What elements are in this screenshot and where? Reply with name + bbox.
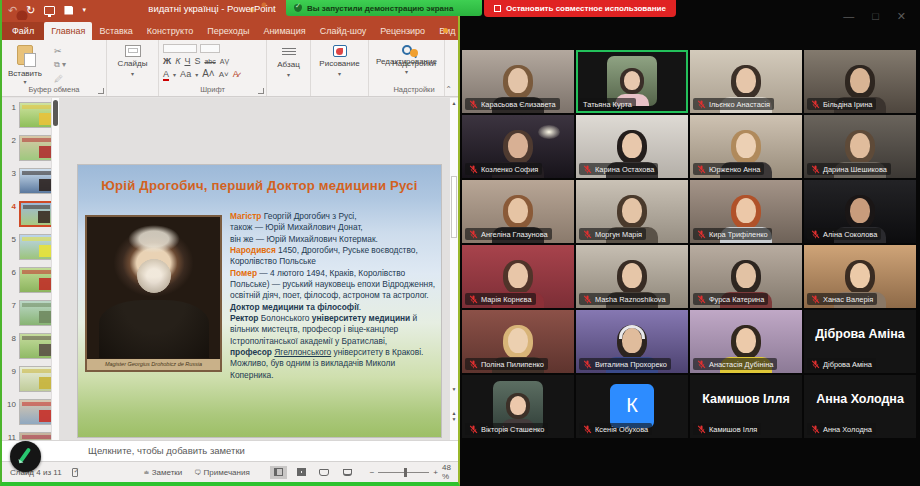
- participant-tile[interactable]: Фурса Катерина: [690, 245, 802, 308]
- font-size-combobox[interactable]: [200, 44, 220, 53]
- editor-scrollbar[interactable]: ▲ ▼ ▲▼: [449, 98, 458, 440]
- redo-icon[interactable]: ↻: [26, 4, 35, 16]
- participant-tile[interactable]: Кира Трифіленко: [690, 180, 802, 243]
- underline-button[interactable]: Ч: [184, 56, 190, 66]
- slides-button[interactable]: Слайды ▾: [107, 40, 158, 96]
- initial-avatar: К: [610, 384, 654, 428]
- participant-tile[interactable]: Більдіна Ірина: [804, 50, 916, 113]
- participant-tile[interactable]: Татьяна Курта: [576, 50, 688, 113]
- slide-sorter-button[interactable]: [293, 466, 310, 479]
- addins-icon: [410, 49, 418, 57]
- cut-icon[interactable]: ✂: [54, 46, 66, 56]
- slideshow-button[interactable]: [339, 466, 356, 479]
- slides-label: Слайды: [118, 59, 148, 68]
- tab-Вставка[interactable]: Вставка: [92, 22, 139, 40]
- tab-Конструкто[interactable]: Конструкто: [140, 22, 200, 40]
- normal-view-button[interactable]: [270, 466, 287, 479]
- mic-muted-icon: [469, 360, 478, 369]
- mic-muted-icon: [697, 230, 706, 239]
- paragraph-group: Абзац ▾: [267, 40, 311, 96]
- italic-button[interactable]: К: [175, 56, 180, 66]
- ribbon: Вставить ▾ ✂ ⧉ ▾ 🖉 Буфер обмена Слайды ▾: [2, 40, 458, 97]
- participant-tile[interactable]: Марія Корнєва: [462, 245, 574, 308]
- shield-check-icon: [294, 4, 302, 12]
- participant-tile[interactable]: Masha Raznoshikova: [576, 245, 688, 308]
- tab-Анимация[interactable]: Анимация: [256, 22, 312, 40]
- char-spacing-button[interactable]: АV͔: [220, 58, 229, 65]
- participant-tile[interactable]: Діброва АмінаДіброва Аміна: [804, 310, 916, 373]
- tab-Слайд-шоу[interactable]: Слайд-шоу: [313, 22, 374, 40]
- notes-pane[interactable]: Щелкните, чтобы добавить заметки: [2, 440, 458, 461]
- zoom-in-button[interactable]: +: [433, 468, 438, 477]
- participant-tile[interactable]: Поліна Пилипенко: [462, 310, 574, 373]
- participant-tile[interactable]: Виталина Прохореко: [576, 310, 688, 373]
- zoom-slider[interactable]: [378, 472, 429, 473]
- zoom-out-button[interactable]: −: [370, 468, 375, 477]
- shadow-button[interactable]: S: [194, 56, 200, 66]
- participant-tile[interactable]: ККсенія Обухова: [576, 375, 688, 438]
- status-bar: Слайд 4 из 11 ≐ Заметки 🗨 Примечания − +…: [2, 461, 458, 482]
- participant-tile[interactable]: Юрженко Анна: [690, 115, 802, 178]
- paste-caret-icon: ▾: [8, 78, 42, 85]
- participant-tile[interactable]: Ханас Валерія: [804, 245, 916, 308]
- comments-toggle[interactable]: 🗨 Примечания: [194, 468, 249, 477]
- reading-view-button[interactable]: [316, 466, 333, 479]
- close-button[interactable]: ✕: [897, 10, 906, 23]
- tab-Рецензиро[interactable]: Рецензиро: [373, 22, 432, 40]
- participant-tile[interactable]: Карасьова Єлизавета: [462, 50, 574, 113]
- participant-name-label: Ангеліна Глазунова: [465, 228, 552, 240]
- participant-tile[interactable]: Козленко София: [462, 115, 574, 178]
- strikethrough-button[interactable]: abc: [204, 58, 215, 65]
- prev-next-slide-buttons[interactable]: ▲▼: [450, 410, 458, 422]
- minimize-button[interactable]: —: [843, 10, 854, 23]
- slides-caret-icon: ▾: [131, 70, 134, 77]
- mic-muted-icon: [583, 230, 592, 239]
- participant-tile[interactable]: Ангеліна Глазунова: [462, 180, 574, 243]
- participant-tile[interactable]: Дарина Шешикова: [804, 115, 916, 178]
- clipboard-dialog-launcher[interactable]: [98, 88, 104, 94]
- participant-name-label: Вікторія Сташенко: [465, 423, 548, 435]
- bold-button[interactable]: Ж: [163, 56, 171, 66]
- grow-font-button[interactable]: А˄: [202, 68, 215, 79]
- thumbnail-scrollbar[interactable]: ▼: [51, 98, 59, 461]
- participant-tile[interactable]: Ільєнко Анастасія: [690, 50, 802, 113]
- tab-file[interactable]: Файл: [2, 22, 44, 40]
- participant-name-label: Марія Корнєва: [465, 293, 536, 305]
- annotation-pen-button[interactable]: [10, 441, 41, 472]
- tab-Главная[interactable]: Главная: [44, 22, 92, 40]
- participant-tile[interactable]: Анна ХолоднаАнна Холодна: [804, 375, 916, 438]
- spellcheck-icon[interactable]: [72, 468, 78, 477]
- format-painter-icon[interactable]: 🖉: [54, 74, 66, 84]
- participant-tile[interactable]: Моргун Марія: [576, 180, 688, 243]
- font-name-combobox[interactable]: [163, 44, 197, 53]
- portrait-image: Magister Georgius Drohobicz de Russia: [85, 215, 222, 372]
- mic-muted-icon: [811, 230, 820, 239]
- paragraph-button[interactable]: Абзац ▾: [267, 40, 310, 96]
- save-icon[interactable]: [64, 6, 73, 15]
- notes-toggle[interactable]: ≐ Заметки: [144, 468, 183, 477]
- zoom-value[interactable]: 48 %: [442, 463, 458, 481]
- participant-name-label: Більдіна Ірина: [807, 98, 876, 110]
- start-slideshow-icon[interactable]: [44, 6, 55, 15]
- stop-share-button[interactable]: Остановить совместное использование: [484, 0, 676, 17]
- font-color-button[interactable]: А: [163, 69, 169, 81]
- drawing-button[interactable]: Рисование ▾: [311, 40, 368, 96]
- shrink-font-button[interactable]: А˅: [219, 70, 229, 79]
- participant-tile[interactable]: Вікторія Сташенко: [462, 375, 574, 438]
- participant-tile[interactable]: Карина Остахова: [576, 115, 688, 178]
- slide-canvas[interactable]: Юрій Дрогобич, перший Доктор медицини Ру…: [78, 165, 441, 437]
- participant-tile[interactable]: Аліна Соколова: [804, 180, 916, 243]
- undo-icon[interactable]: ↶: [8, 4, 17, 16]
- font-dialog-launcher[interactable]: [258, 88, 264, 94]
- clear-format-button[interactable]: А̷: [233, 69, 239, 79]
- tab-Переходы[interactable]: Переходы: [200, 22, 256, 40]
- participant-tile[interactable]: Камишов ІлляКамишов Ілля: [690, 375, 802, 438]
- change-case-button[interactable]: Аа: [180, 69, 191, 79]
- paste-button[interactable]: Вставить ▾: [8, 45, 42, 85]
- qat-customize-icon[interactable]: ▾: [82, 4, 86, 16]
- drawing-icon: [333, 45, 347, 57]
- participant-tile[interactable]: Анастасія Дубініна: [690, 310, 802, 373]
- maximize-button[interactable]: □: [872, 10, 879, 23]
- collapse-ribbon-icon[interactable]: ⌃: [445, 85, 452, 94]
- copy-icon[interactable]: ⧉ ▾: [54, 60, 66, 70]
